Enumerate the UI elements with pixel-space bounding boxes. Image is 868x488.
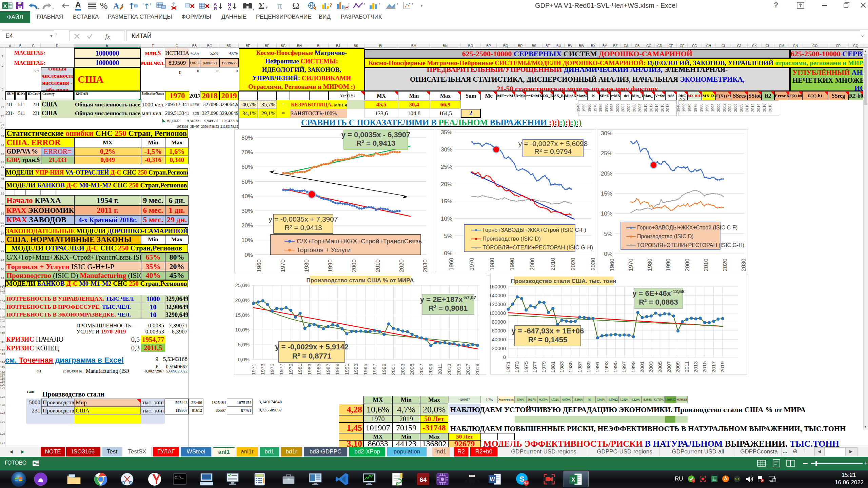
svg-text:100000: 100000 [490, 310, 506, 316]
svg-text:1983: 1983 [307, 364, 312, 375]
svg-text:R² = 0,9413: R² = 0,9413 [356, 139, 396, 147]
svg-text:Горно+ЗАВОДЫ+ЖКХ+Строй (ISIC C: Горно+ЗАВОДЫ+ЖКХ+Строй (ISIC C-F) [637, 225, 737, 230]
svg-text:1971: 1971 [505, 361, 511, 372]
svg-text:2015: 2015 [456, 364, 461, 375]
svg-text:80%: 80% [241, 135, 253, 141]
svg-text:1990: 1990 [327, 260, 334, 272]
svg-text:2007: 2007 [418, 364, 424, 375]
svg-text:60000: 60000 [492, 328, 506, 333]
svg-text:X: X [3, 3, 7, 9]
svg-text:R² = 0,8771: R² = 0,8771 [292, 352, 332, 360]
svg-text:20%: 20% [601, 170, 612, 177]
svg-text:y = -0,0027x + 5,6098: y = -0,0027x + 5,6098 [518, 140, 588, 147]
svg-text:25%: 25% [441, 164, 452, 170]
svg-text:2017: 2017 [465, 364, 471, 375]
svg-text:50%: 50% [241, 179, 253, 185]
svg-text:1973: 1973 [514, 361, 520, 372]
svg-text:1991: 1991 [344, 364, 350, 375]
svg-text:ТОРОВЛЯ+ОТЕЛИ+РЕСТОРАН (ISIC G: ТОРОВЛЯ+ОТЕЛИ+РЕСТОРАН (ISIC G-H) [482, 244, 593, 250]
svg-text:2005: 2005 [657, 361, 663, 372]
svg-text:Производство стали США. тыс.: Производство стали США. тыс. тонн [511, 278, 616, 284]
svg-text:y = -647,93x + 1E+06: y = -647,93x + 1E+06 [512, 327, 584, 335]
svg-text:1960: 1960 [448, 258, 455, 271]
svg-text:1979: 1979 [288, 364, 294, 375]
svg-text:2000: 2000 [529, 258, 536, 271]
svg-text:1960: 1960 [609, 259, 615, 271]
svg-text:25,0%: 25,0% [235, 282, 250, 288]
svg-text:20%: 20% [441, 181, 452, 187]
svg-text:y = 0,0035x - 6,3907: y = 0,0035x - 6,3907 [341, 130, 411, 139]
svg-text:0%: 0% [604, 251, 612, 257]
svg-text:5%: 5% [444, 233, 452, 239]
svg-text:2000: 2000 [351, 260, 357, 272]
svg-text:1977: 1977 [532, 361, 538, 372]
svg-text:2003: 2003 [648, 361, 654, 372]
svg-text:25%: 25% [601, 150, 612, 157]
svg-text:2013: 2013 [693, 361, 698, 372]
svg-text:1993: 1993 [604, 361, 609, 372]
svg-text:1985: 1985 [568, 361, 573, 372]
svg-text:1970: 1970 [280, 260, 286, 272]
svg-text:ТОРОВЛЯ+ОТЕЛИ+РЕСТОРАН (ISIC G: ТОРОВЛЯ+ОТЕЛИ+РЕСТОРАН (ISIC G-H) [637, 242, 744, 248]
svg-text:2020: 2020 [722, 259, 728, 271]
svg-text:2003: 2003 [400, 364, 406, 375]
svg-text:10,0%: 10,0% [235, 327, 250, 332]
svg-text:S: S [519, 475, 525, 483]
svg-text:Торговля + Услуги: Торговля + Услуги [297, 246, 351, 253]
svg-text:10%: 10% [241, 237, 253, 243]
svg-text:2007: 2007 [666, 361, 672, 372]
svg-text:1973: 1973 [260, 364, 265, 375]
svg-text:1993: 1993 [353, 364, 359, 375]
svg-text:R² = 0,1455: R² = 0,1455 [528, 336, 568, 344]
svg-text:2015: 2015 [702, 361, 707, 372]
svg-text:1977: 1977 [278, 364, 284, 375]
svg-text:2017: 2017 [711, 361, 716, 372]
svg-text:30%: 30% [601, 130, 612, 137]
svg-text:1990: 1990 [509, 258, 515, 271]
svg-text:?: ? [329, 2, 332, 8]
svg-text:2030: 2030 [741, 259, 747, 271]
svg-text:2020: 2020 [570, 258, 576, 271]
svg-text:A: A [113, 1, 119, 10]
svg-text:80000: 80000 [492, 319, 506, 325]
svg-text:1999: 1999 [630, 361, 636, 372]
svg-text:2013: 2013 [446, 364, 452, 375]
svg-text:10%: 10% [441, 216, 452, 222]
svg-text:20,0%: 20,0% [235, 297, 250, 303]
svg-text:C:\_: C:\_ [175, 475, 184, 480]
svg-text:1997: 1997 [372, 364, 377, 375]
svg-text:1989: 1989 [334, 364, 340, 375]
svg-text:1980: 1980 [303, 260, 310, 272]
svg-text:15%: 15% [601, 190, 612, 197]
svg-text:1981: 1981 [550, 361, 556, 372]
svg-text:0,0%: 0,0% [238, 357, 250, 362]
svg-text:1989: 1989 [586, 361, 591, 372]
svg-text:1975: 1975 [523, 361, 529, 372]
svg-text:2010: 2010 [703, 259, 709, 271]
svg-text:60%: 60% [241, 164, 253, 170]
svg-text:А: А [228, 6, 231, 11]
svg-text:0%: 0% [444, 250, 452, 257]
svg-text:64: 64 [419, 476, 427, 483]
svg-text:1987: 1987 [577, 361, 583, 372]
svg-text:1981: 1981 [297, 364, 303, 375]
svg-text:1999: 1999 [381, 364, 387, 375]
svg-text:2005: 2005 [409, 364, 415, 375]
svg-text:1980: 1980 [489, 258, 495, 271]
svg-text:0: 0 [503, 354, 506, 360]
svg-text:35%: 35% [441, 129, 452, 136]
svg-text:120000: 120000 [490, 301, 506, 307]
svg-text:Производство (ISIC D): Производство (ISIC D) [482, 236, 541, 242]
svg-text:1979: 1979 [541, 361, 547, 372]
svg-text:1995: 1995 [362, 364, 368, 375]
svg-text:1990: 1990 [665, 259, 672, 271]
svg-text:2001: 2001 [639, 361, 645, 372]
svg-text:2009: 2009 [428, 364, 433, 375]
svg-text:2001: 2001 [390, 364, 396, 375]
svg-text:0%: 0% [244, 252, 253, 258]
svg-text:2010: 2010 [375, 260, 381, 272]
svg-text:1991: 1991 [594, 361, 600, 372]
svg-text:Горно+ЗАВОДЫ+ЖКХ+Строй (ISIC C: Горно+ЗАВОДЫ+ЖКХ+Строй (ISIC C-F) [482, 227, 586, 233]
svg-text:1983: 1983 [559, 361, 565, 372]
svg-text:R² = 0,0863: R² = 0,0863 [639, 298, 678, 306]
